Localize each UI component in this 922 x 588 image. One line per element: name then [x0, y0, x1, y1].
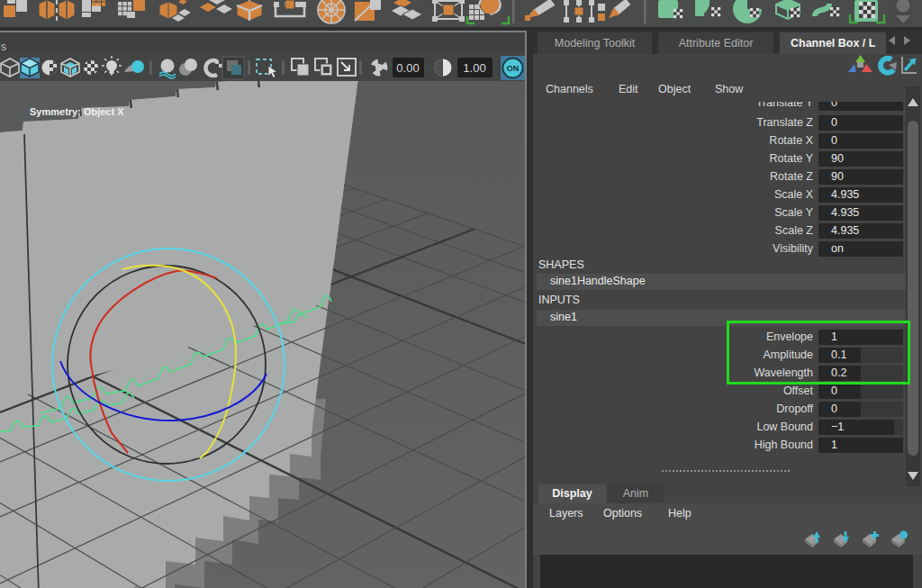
svg-text:ON: ON: [507, 64, 520, 73]
svg-text:1.00: 1.00: [463, 61, 485, 75]
svg-text:Symmetry: Object X: Symmetry: Object X: [30, 106, 124, 117]
svg-text:0.00: 0.00: [396, 61, 419, 75]
